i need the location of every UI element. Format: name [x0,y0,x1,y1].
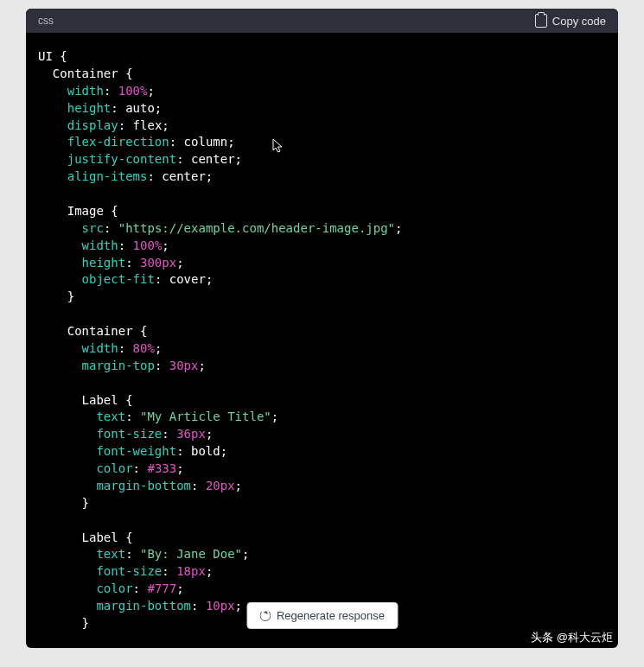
language-label: css [38,15,54,27]
regenerate-response-button[interactable]: Regenerate response [246,602,398,629]
copy-code-button[interactable]: Copy code [535,14,606,28]
regenerate-label: Regenerate response [277,609,385,622]
clipboard-icon [535,14,547,28]
mouse-cursor-icon [272,138,284,156]
code-content: UI { Container { width: 100%; height: au… [26,33,618,648]
code-header: css Copy code [26,9,618,33]
refresh-icon [259,610,271,621]
watermark-text: 头条 @科大云炬 [531,630,613,645]
code-block-container: css Copy code UI { Container { width: 10… [26,9,618,648]
copy-code-label: Copy code [552,15,606,28]
